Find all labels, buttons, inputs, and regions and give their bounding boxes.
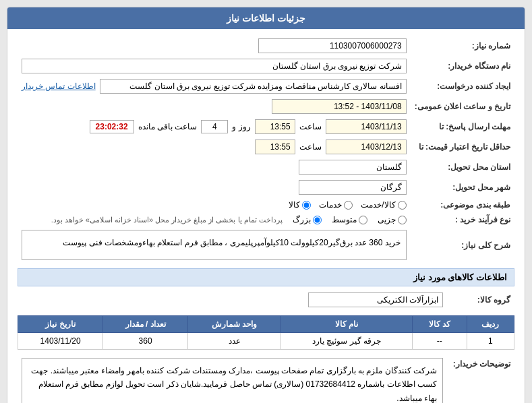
hadaqal-saat-label: ساعت	[299, 142, 322, 152]
main-container: جزئیات اطلاعات نیاز شماره نیاز: نام دستگ…	[7, 7, 525, 403]
row-shahr: شهر محل تحویل:	[18, 177, 514, 197]
page-header: جزئیات اطلاعات نیاز	[7, 7, 525, 29]
shahr-input[interactable]	[299, 180, 407, 195]
cell-radif: 1	[467, 333, 514, 350]
row-tarikh: تاریخ و ساعت اعلان عمومی:	[18, 96, 514, 117]
row-mohlat: مهلت ارسال پاسخ: تا ساعت روز و 4 ساعت با…	[18, 117, 514, 137]
contact-link[interactable]: اطلاعات تماس خریدار	[22, 82, 96, 91]
ostan-input[interactable]	[299, 160, 407, 175]
desc-label: توضیحات خریدار:	[447, 355, 514, 403]
cell-unit: عدد	[188, 333, 281, 350]
radio-motovaset-input[interactable]	[359, 216, 367, 224]
radio-khadamat[interactable]: خدمات	[319, 200, 353, 210]
row-tabaqe: طبقه بندی موضوعی: کالا/خدمت خدمات	[18, 197, 514, 212]
radio-bozorg-label: بزرگ	[293, 215, 311, 224]
row-description: توضیحات خریدار: شرکت کنندگان ملزم به بار…	[18, 355, 514, 403]
sharh-label: شرح کلی نیاز:	[411, 227, 514, 263]
desc-box: شرکت کنندگان ملزم به بارگزاری تمام صفحات…	[22, 358, 443, 403]
radio-jozyi-input[interactable]	[398, 216, 407, 224]
radio-kala[interactable]: کالا	[289, 200, 311, 210]
row-nam-dastgah: نام دستگاه خریدار:	[18, 56, 514, 76]
ijad-konande-row: اطلاعات تماس خریدار	[22, 79, 407, 94]
groh-kala-label: گروه کالا:	[447, 290, 514, 310]
radio-kala-khadamat-input[interactable]	[398, 201, 407, 210]
tarikh-label: تاریخ و ساعت اعلان عمومی:	[411, 96, 514, 117]
cell-tarikh: 1403/11/20	[18, 333, 103, 350]
radio-kala-khadamat[interactable]: کالا/خدمت	[361, 200, 406, 210]
row-ijad-konande: ایجاد کننده درخواست: اطلاعات تماس خریدار	[18, 76, 514, 96]
desc-table: توضیحات خریدار: شرکت کنندگان ملزم به بار…	[18, 355, 514, 403]
radio-kala-khadamat-label: کالا/خدمت	[361, 200, 395, 210]
radio-khadamat-label: خدمات	[319, 200, 342, 210]
content-area: شماره نیاز: نام دستگاه خریدار: ایجاد کنن…	[7, 29, 525, 403]
hadaqal-date-input[interactable]	[326, 140, 407, 154]
radio-bozorg[interactable]: بزرگ	[293, 215, 322, 224]
row-groh-kala: گروه کالا:	[18, 290, 514, 310]
page-title: جزئیات اطلاعات نیاز	[227, 13, 305, 24]
row-shomare-niaz: شماره نیاز:	[18, 36, 514, 56]
mohlat-roz-value: 4	[201, 120, 228, 133]
nam-dastgah-input[interactable]	[22, 59, 407, 73]
hadaqal-label: حداقل تاریخ اعتبار قیمت: تا	[411, 137, 514, 157]
radio-kala-input[interactable]	[302, 201, 311, 210]
cell-name: جرقه گیر سوئیچ یارد	[281, 333, 413, 350]
product-table-header-row: ردیف کد کالا نام کالا واحد شمارش تعداد /…	[18, 316, 514, 333]
mohlat-saat-label: ساعت	[299, 122, 322, 131]
radio-bozorg-input[interactable]	[313, 216, 322, 224]
nam-dastgah-label: نام دستگاه خریدار:	[411, 56, 514, 76]
radio-motovaset-label: متوسط	[332, 215, 357, 224]
shahr-label: شهر محل تحویل:	[411, 177, 514, 197]
col-unit: واحد شمارش	[188, 316, 281, 333]
product-table-body: 1--جرقه گیر سوئیچ یاردعدد3601403/11/20	[18, 333, 514, 350]
mohlat-label: مهلت ارسال پاسخ: تا	[411, 117, 514, 137]
tabaqe-label: طبقه بندی موضوعی:	[411, 197, 514, 212]
shomare-niaz-label: شماره نیاز:	[411, 36, 514, 56]
table-row: 1--جرقه گیر سوئیچ یاردعدد3601403/11/20	[18, 333, 514, 350]
mohlat-date-input[interactable]	[326, 119, 407, 134]
tarikh-input[interactable]	[272, 99, 407, 114]
radio-motovaset[interactable]: متوسط	[332, 215, 367, 224]
groh-kala-table: گروه کالا:	[18, 290, 514, 310]
col-radif: ردیف	[467, 316, 514, 333]
mohlat-saat-input[interactable]	[255, 119, 295, 134]
purchase-type-group: جزیی متوسط بزرگ پرداخت تمام یا بخشی از م…	[22, 215, 407, 224]
col-tarikh: تاریخ نیاز	[18, 316, 103, 333]
product-table: ردیف کد کالا نام کالا واحد شمارش تعداد /…	[18, 315, 514, 350]
sharh-box: خرید 360 عدد برق‌گیر20کیلوولت 10کیلوآمپر…	[22, 230, 407, 260]
ostan-label: استان محل تحویل:	[411, 157, 514, 177]
ijad-konande-input[interactable]	[100, 79, 407, 94]
mohlat-roz-label: روز و	[232, 122, 250, 131]
col-kod: کد کالا	[412, 316, 467, 333]
radio-khadamat-input[interactable]	[344, 201, 353, 210]
mohlat-mande-label: ساعت باقی مانده	[138, 122, 198, 131]
noe-farayand-label: نوع فرآیند خرید :	[411, 212, 514, 227]
kala-section-title: اطلاعات کالاهای مورد نیاز	[18, 268, 514, 286]
row-hadaqal: حداقل تاریخ اعتبار قیمت: تا ساعت	[18, 137, 514, 157]
cell-kod: --	[412, 333, 467, 350]
mohlat-row: ساعت روز و 4 ساعت باقی مانده 23:02:32	[22, 119, 407, 134]
row-noe-farayand: نوع فرآیند خرید : جزیی متوسط	[18, 212, 514, 227]
info-table: شماره نیاز: نام دستگاه خریدار: ایجاد کنن…	[18, 36, 514, 263]
radio-jozyi-label: جزیی	[378, 215, 396, 224]
farayand-note: پرداخت تمام یا بخشی از مبلغ خریدار محل «…	[51, 216, 283, 224]
cell-tedad: 360	[103, 333, 188, 350]
mohlat-mande-value: 23:02:32	[90, 120, 134, 133]
ijad-konande-label: ایجاد کننده درخواست:	[411, 76, 514, 96]
shomare-niaz-input[interactable]	[258, 38, 407, 53]
tabaqe-radio-group: کالا/خدمت خدمات کالا	[22, 200, 407, 210]
groh-kala-input[interactable]	[308, 292, 443, 307]
col-tedad: تعداد / مقدار	[103, 316, 188, 333]
hadaqal-row: ساعت	[22, 140, 407, 154]
radio-jozyi[interactable]: جزیی	[378, 215, 407, 224]
radio-kala-label: کالا	[289, 200, 300, 210]
col-name: نام کالا	[281, 316, 413, 333]
row-ostan: استان محل تحویل:	[18, 157, 514, 177]
row-sharh: شرح کلی نیاز: خرید 360 عدد برق‌گیر20کیلو…	[18, 227, 514, 263]
hadaqal-saat-input[interactable]	[255, 140, 295, 154]
